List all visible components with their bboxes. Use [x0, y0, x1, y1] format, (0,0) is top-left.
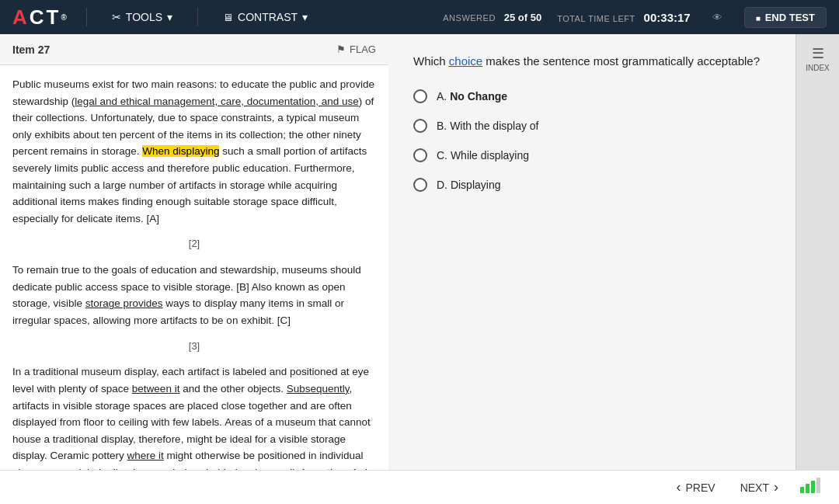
passage-area[interactable]: Public museums exist for two main reason… — [0, 65, 388, 504]
option-c[interactable]: C. While displaying — [413, 148, 771, 162]
underline-storage-provides: storage provides — [85, 297, 163, 309]
radio-c[interactable] — [413, 148, 427, 162]
option-a[interactable]: A. No Change — [413, 89, 771, 103]
svg-rect-0 — [800, 487, 804, 493]
underline-where-it: where it — [127, 450, 164, 461]
radio-a[interactable] — [413, 89, 427, 103]
time-stat: TOTAL TIME LEFT 00:33:17 — [557, 11, 691, 24]
option-c-label: C. While displaying — [437, 149, 529, 162]
next-arrow-icon — [774, 479, 778, 495]
option-a-text: No Change — [450, 90, 507, 103]
answered-label: ANSWERED — [443, 13, 496, 23]
option-d-text: Displaying — [451, 179, 501, 191]
nav-stats: ANSWERED 25 of 50 TOTAL TIME LEFT 00:33:… — [443, 8, 728, 26]
option-c-text: While displaying — [451, 149, 529, 162]
prev-label: PREV — [686, 481, 715, 494]
tools-label: TOOLS — [126, 11, 162, 23]
option-d-label: D. Displaying — [437, 179, 500, 191]
question-text: Which choice makes the sentence most gra… — [413, 53, 771, 71]
option-b-label: B. With the display of — [437, 120, 539, 132]
paragraph-label-2: [2] — [12, 236, 376, 252]
underline-between-it: between it — [132, 383, 180, 395]
option-d[interactable]: D. Displaying — [413, 178, 771, 192]
option-b-text: With the display of — [450, 120, 538, 132]
stop-icon — [756, 12, 761, 23]
nav-divider-1 — [86, 8, 87, 26]
index-sidebar: ☰ INDEX — [795, 34, 839, 504]
act-logo: ACT® — [12, 5, 68, 30]
option-b-letter: B. — [437, 120, 450, 132]
eye-slash-button[interactable] — [706, 8, 729, 26]
option-c-letter: C. — [437, 149, 451, 162]
next-label: NEXT — [740, 481, 769, 494]
option-b[interactable]: B. With the display of — [413, 119, 771, 133]
next-button[interactable]: NEXT — [731, 474, 788, 500]
highlighted-when-displaying: When displaying — [142, 145, 219, 157]
answer-options: A. No Change B. With the display of C. W… — [413, 89, 771, 192]
end-test-button[interactable]: END TEST — [744, 7, 827, 28]
signal-icon — [800, 478, 823, 497]
flag-button[interactable]: FLAG — [336, 43, 376, 55]
monitor-icon — [223, 11, 233, 23]
contrast-label: CONTRAST — [238, 11, 298, 23]
bottom-bar: PREV NEXT — [0, 470, 839, 504]
radio-d[interactable] — [413, 178, 427, 192]
hamburger-icon: ☰ — [812, 47, 824, 61]
scissors-icon — [112, 11, 121, 23]
svg-rect-3 — [816, 478, 820, 493]
tools-button[interactable]: TOOLS — [106, 8, 179, 26]
timer-value: 00:33:17 — [644, 11, 691, 24]
left-panel: Item 27 FLAG Public museums exist for tw… — [0, 34, 388, 504]
time-label: TOTAL TIME LEFT — [557, 14, 635, 23]
contrast-button[interactable]: CONTRAST — [217, 8, 314, 26]
flag-icon — [336, 43, 346, 55]
radio-b[interactable] — [413, 119, 427, 133]
paragraph-1: Public museums exist for two main reason… — [12, 76, 376, 227]
answered-value: 25 of 50 — [504, 12, 541, 23]
tools-chevron-icon — [167, 11, 172, 23]
prev-arrow-icon — [677, 479, 681, 495]
underline-legal: legal and ethical management, care, docu… — [75, 96, 359, 107]
answered-stat: ANSWERED 25 of 50 — [443, 12, 541, 23]
paragraph-label-3: [3] — [12, 339, 376, 355]
eye-slash-icon — [712, 11, 722, 23]
end-test-label: END TEST — [765, 12, 815, 23]
option-d-letter: D. — [437, 179, 451, 191]
option-a-label: A. No Change — [437, 90, 507, 103]
svg-rect-1 — [806, 484, 809, 493]
index-button[interactable]: ☰ INDEX — [802, 40, 833, 78]
paragraph-2: To remain true to the goals of education… — [12, 262, 376, 328]
question-underlined-word: choice — [449, 54, 482, 68]
svg-rect-2 — [811, 481, 815, 493]
top-navigation: ACT® TOOLS CONTRAST ANSWERED 25 of 50 TO… — [0, 0, 839, 34]
main-area: Item 27 FLAG Public museums exist for tw… — [0, 34, 839, 504]
item-number: Item 27 — [12, 43, 50, 56]
underline-subsequently: Subsequently — [287, 383, 350, 395]
flag-label: FLAG — [350, 43, 376, 55]
prev-button[interactable]: PREV — [667, 474, 725, 500]
nav-divider-2 — [197, 8, 198, 26]
contrast-chevron-icon — [302, 11, 308, 23]
option-a-letter: A. — [437, 90, 450, 103]
item-header: Item 27 FLAG — [0, 34, 388, 65]
index-label: INDEX — [806, 64, 830, 72]
right-panel: Which choice makes the sentence most gra… — [388, 34, 795, 504]
